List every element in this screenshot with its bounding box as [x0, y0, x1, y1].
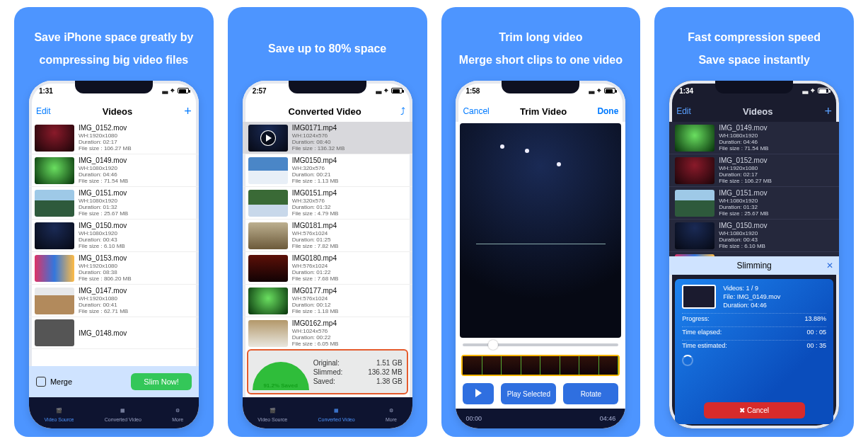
done-button[interactable]: Done: [597, 106, 618, 116]
tab-bar: 🎬Video Source▦Converted Video⚙More: [29, 397, 199, 428]
wifi-icon: [811, 86, 815, 95]
seek-slider[interactable]: [463, 343, 618, 346]
promo-card-3: Trim long video Merge short clips to one…: [441, 7, 641, 437]
edit-button[interactable]: Edit: [676, 106, 691, 116]
slider-thumb[interactable]: [488, 340, 498, 350]
list-item[interactable]: IMG_0152.movWH:1920x1080Duration: 02:17F…: [669, 154, 839, 187]
item-meta: File size : 25.67 MB: [719, 210, 768, 217]
list-item[interactable]: IMG0162.mp4WH:1024x576Duration: 00:22Fil…: [243, 317, 412, 348]
list-item[interactable]: IMG_0149.movWH:1080x1920Duration: 04:46F…: [669, 122, 839, 154]
tab-item[interactable]: ⚙More: [172, 406, 183, 422]
value: 04:46: [751, 302, 767, 309]
tab-item[interactable]: ⚙More: [386, 406, 397, 422]
item-name: IMG0150.mp4: [292, 156, 339, 165]
item-meta: File size : 6.10 MB: [79, 243, 127, 249]
list-item[interactable]: IMG0171.mp4WH:1024x576Duration: 08:40Fil…: [243, 122, 412, 154]
item-meta: Duration: 01:25: [292, 237, 339, 243]
clock: 1:31: [39, 87, 53, 95]
rotate-button[interactable]: Rotate: [563, 383, 618, 404]
item-name: IMG_0148.mov: [79, 329, 127, 338]
edit-button[interactable]: Edit: [36, 106, 51, 116]
list-item[interactable]: IMG_0148.mov: [29, 317, 199, 349]
item-meta: WH:1920x1080: [79, 132, 132, 139]
add-icon[interactable]: [825, 104, 833, 119]
battery-icon: [818, 88, 829, 93]
list-item[interactable]: IMG_0151.movWH:1080x1920Duration: 01:32F…: [669, 187, 839, 220]
slim-now-button[interactable]: Slim Now!: [131, 373, 192, 390]
label: Progress:: [682, 315, 710, 322]
item-meta: WH:1920x1080: [79, 263, 132, 269]
list-item[interactable]: IMG_0147.movWH:1920x1080Duration: 00:41F…: [29, 285, 199, 317]
caption-line: Merge short clips to one video: [459, 53, 623, 67]
item-meta: Duration: 00:22: [292, 334, 339, 341]
list-item[interactable]: IMG_0153.movWH:1920x1080Duration: 08:38F…: [29, 252, 199, 285]
progress-card: Videos: 1 / 9 File: IMG_0149.mov Duratio…: [675, 279, 833, 425]
thumbnail: [248, 255, 288, 282]
page-title: Videos: [103, 106, 132, 117]
list-item[interactable]: IMG0151.mp4WH:320x576Duration: 01:32File…: [243, 187, 412, 220]
cancel-button[interactable]: ✖ Cancel: [704, 402, 805, 419]
item-name: IMG0171.mp4: [292, 124, 345, 132]
video-preview[interactable]: [460, 123, 621, 338]
share-icon[interactable]: [400, 106, 405, 117]
battery-icon: [604, 88, 615, 93]
video-list[interactable]: IMG_0152.movWH:1920x1080Duration: 02:17F…: [29, 122, 199, 366]
item-meta: File size : 136.32 MB: [292, 145, 345, 152]
checkbox-icon[interactable]: [36, 377, 46, 387]
play-selected-button[interactable]: Play Selected: [501, 383, 556, 404]
list-item[interactable]: IMG_0149.movWH:1080x1920Duration: 04:46F…: [29, 154, 199, 187]
converted-list[interactable]: IMG0171.mp4WH:1024x576Duration: 08:40Fil…: [243, 122, 412, 348]
merge-toggle[interactable]: Merge: [36, 377, 72, 387]
item-meta: WH:1024x576: [292, 328, 339, 334]
tab-item[interactable]: ▦Converted Video: [105, 406, 141, 422]
item-meta: File size : 106.27 MB: [719, 178, 772, 184]
wifi-icon: [597, 86, 601, 95]
film-icon: 🎬: [267, 406, 278, 416]
signal-icon: [589, 87, 594, 95]
list-item[interactable]: IMG0177.mp4WH:576x1024Duration: 00:12Fil…: [243, 285, 412, 317]
item-meta: WH:576x1024: [292, 295, 339, 302]
item-meta: WH:576x1024: [292, 263, 339, 269]
gauge-label: 91.2% Saved: [253, 382, 309, 389]
trim-filmstrip[interactable]: [461, 355, 620, 376]
tab-label: More: [172, 417, 183, 422]
item-meta: Duration: 00:12: [292, 302, 339, 308]
play-button[interactable]: [463, 383, 494, 404]
list-item[interactable]: IMG_0150.movWH:1080x1920Duration: 00:43F…: [29, 220, 199, 252]
tab-item[interactable]: ▦Converted Video: [318, 406, 355, 422]
wifi-icon: [384, 86, 388, 95]
tab-item[interactable]: 🎬Video Source: [45, 406, 74, 422]
thumbnail: [248, 125, 288, 152]
nav-bar: Cancel Trim Video Done: [456, 101, 625, 122]
item-name: IMG_0150.mov: [79, 222, 127, 230]
list-item[interactable]: IMG0150.mp4WH:320x576Duration: 00:21File…: [243, 154, 412, 187]
list-item[interactable]: IMG_0151.movWH:1080x1920Duration: 01:32F…: [29, 187, 199, 220]
tab-item[interactable]: 🎬Video Source: [257, 406, 287, 422]
item-meta: Duration: 00:43: [719, 237, 767, 243]
phone-mockup-4: 1:34 Edit Videos IMG_0149.movWH:1080x192…: [669, 81, 839, 428]
add-icon[interactable]: [184, 104, 192, 119]
list-item[interactable]: IMG_0152.movWH:1920x1080Duration: 02:17F…: [29, 122, 199, 154]
item-name: IMG_0150.mov: [719, 222, 767, 230]
thumbnail: [35, 222, 74, 249]
item-name: IMG_0152.mov: [719, 156, 772, 165]
gear-icon: ⚙: [172, 406, 183, 416]
tab-label: More: [386, 417, 397, 422]
tab-label: Video Source: [257, 417, 287, 422]
nav-bar: Converted Video: [243, 101, 412, 122]
caption-line: Save space instantly: [688, 53, 821, 67]
list-item[interactable]: IMG_0150.movWH:1080x1920Duration: 00:43F…: [669, 220, 839, 252]
caption-1: Save iPhone space greatly by compressing…: [34, 17, 193, 81]
item-meta: Duration: 04:46: [719, 139, 768, 145]
list-item[interactable]: IMG0181.mp4WH:576x1024Duration: 01:25Fil…: [243, 220, 412, 252]
close-icon[interactable]: ✕: [826, 261, 833, 271]
item-meta: File size : 7.82 MB: [292, 243, 339, 249]
thumbnail: [248, 288, 288, 314]
label: Slimmed:: [313, 368, 343, 376]
gauge: 91.2% Saved: [253, 353, 309, 390]
thumbnail: [35, 125, 74, 152]
list-item[interactable]: IMG0180.mp4WH:576x1024Duration: 01:22Fil…: [243, 252, 412, 285]
thumbnail: [675, 157, 714, 184]
battery-icon: [391, 88, 403, 93]
cancel-button[interactable]: Cancel: [463, 106, 489, 116]
